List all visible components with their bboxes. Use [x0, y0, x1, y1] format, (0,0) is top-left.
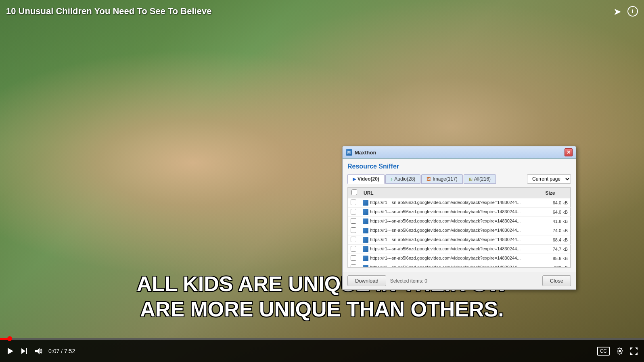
audio-tab-icon: ♪ [391, 177, 393, 181]
dialog-title-text: Maxthon [355, 150, 376, 156]
table-row: https://r1---sn-ab5l6nzd.googlevideo.com… [348, 263, 571, 268]
file-icon-7 [363, 265, 368, 268]
settings-button[interactable] [616, 347, 624, 355]
resource-sniffer-title: Resource Sniffer [347, 163, 571, 170]
all-tab-icon: ⊞ [469, 177, 473, 182]
video-tab-icon: ▶ [353, 177, 356, 182]
fullscreen-button[interactable] [630, 347, 638, 355]
file-icon-4 [363, 237, 368, 243]
row-url-1: https://r1---sn-ab5l6nzd.googlevideo.com… [360, 208, 542, 217]
dialog-footer: Download Selected items: 0 Close [343, 272, 576, 289]
row-url-2: https://r1---sn-ab5l6nzd.googlevideo.com… [360, 217, 542, 226]
row-checkbox-5[interactable] [351, 246, 356, 252]
share-icon[interactable]: ➤ [613, 6, 621, 17]
cc-button[interactable]: CC [597, 347, 610, 356]
next-button[interactable] [20, 347, 28, 355]
table-row: https://r1---sn-ab5l6nzd.googlevideo.com… [348, 254, 571, 263]
svg-rect-2 [26, 348, 27, 354]
row-checkbox-0[interactable] [351, 200, 356, 205]
row-size-3: 74.0 kB [542, 226, 571, 235]
play-button[interactable] [6, 347, 14, 355]
volume-button[interactable] [34, 347, 42, 355]
current-page-dropdown[interactable]: Current page [527, 174, 571, 184]
row-url-3: https://r1---sn-ab5l6nzd.googlevideo.com… [360, 226, 542, 235]
controls-bottom: 0:07 / 7:52 CC [0, 340, 644, 362]
row-url-4: https://r1---sn-ab5l6nzd.googlevideo.com… [360, 235, 542, 245]
video-title: 10 Unusual Children You Need To See To B… [6, 6, 211, 17]
file-icon-6 [363, 256, 368, 261]
row-size-6: 85.6 kB [542, 254, 571, 263]
table-header-size: Size [542, 188, 571, 198]
controls-bar: 0:07 / 7:52 CC [0, 338, 644, 362]
resource-table: URL Size https://r1---sn-ab5l6nzd.google… [348, 187, 571, 268]
row-check-cell[interactable] [348, 235, 361, 245]
row-check-cell[interactable] [348, 226, 361, 235]
row-checkbox-2[interactable] [351, 218, 356, 224]
subtitle-line2: ARE MORE UNIQUE THAN OTHERS. [8, 297, 636, 322]
row-size-1: 64.0 kB [542, 208, 571, 217]
file-icon-0 [363, 200, 368, 206]
row-check-cell[interactable] [348, 245, 361, 254]
row-check-cell[interactable] [348, 208, 361, 217]
svg-point-4 [619, 350, 621, 352]
row-size-2: 41.8 kB [542, 217, 571, 226]
maxthon-icon: M [346, 149, 352, 156]
svg-marker-1 [21, 348, 25, 354]
row-checkbox-7[interactable] [351, 264, 356, 268]
row-check-cell[interactable] [348, 198, 361, 208]
tab-audio-label: Audio(28) [394, 176, 415, 182]
row-checkbox-3[interactable] [351, 227, 356, 233]
row-size-7: 133 kB [542, 263, 571, 268]
resource-table-body: https://r1---sn-ab5l6nzd.googlevideo.com… [348, 198, 571, 268]
tab-image[interactable]: 🖼 Image(117) [421, 174, 462, 184]
dialog-body: Resource Sniffer ▶ Video(20) ♪ Audio(28)… [343, 159, 576, 272]
row-url-0: https://r1---sn-ab5l6nzd.googlevideo.com… [360, 198, 542, 208]
table-row: https://r1---sn-ab5l6nzd.googlevideo.com… [348, 245, 571, 254]
info-icon[interactable]: i [627, 6, 638, 17]
table-header-url: URL [360, 188, 542, 198]
dialog-close-button[interactable]: ✕ [565, 148, 573, 156]
resource-table-container[interactable]: URL Size https://r1---sn-ab5l6nzd.google… [347, 187, 571, 268]
table-row: https://r1---sn-ab5l6nzd.googlevideo.com… [348, 208, 571, 217]
row-size-0: 64.0 kB [542, 198, 571, 208]
row-url-5: https://r1---sn-ab5l6nzd.googlevideo.com… [360, 245, 542, 254]
row-size-4: 68.4 kB [542, 235, 571, 245]
progress-bar[interactable] [0, 338, 644, 340]
download-button[interactable]: Download [347, 275, 386, 286]
svg-marker-3 [35, 348, 40, 354]
time-display: 0:07 / 7:52 [48, 348, 75, 354]
tab-video[interactable]: ▶ Video(20) [347, 174, 385, 184]
table-row: https://r1---sn-ab5l6nzd.googlevideo.com… [348, 235, 571, 245]
tab-video-label: Video(20) [358, 176, 379, 182]
selected-items-text: Selected items: 0 [390, 278, 427, 284]
row-checkbox-1[interactable] [351, 209, 356, 214]
row-url-6: https://r1---sn-ab5l6nzd.googlevideo.com… [360, 254, 542, 263]
row-checkbox-6[interactable] [351, 255, 356, 261]
table-row: https://r1---sn-ab5l6nzd.googlevideo.com… [348, 226, 571, 235]
maxthon-dialog: M Maxthon ✕ Resource Sniffer ▶ Video(20)… [342, 146, 576, 290]
row-check-cell[interactable] [348, 217, 361, 226]
select-all-checkbox[interactable] [351, 189, 357, 195]
row-check-cell[interactable] [348, 263, 361, 268]
file-icon-5 [363, 246, 368, 252]
row-size-5: 74.7 kB [542, 245, 571, 254]
file-icon-1 [363, 209, 368, 215]
row-check-cell[interactable] [348, 254, 361, 263]
tab-all[interactable]: ⊞ All(216) [464, 174, 496, 184]
dialog-title-left: M Maxthon [346, 149, 376, 156]
row-checkbox-4[interactable] [351, 237, 356, 242]
close-button[interactable]: Close [542, 275, 571, 286]
svg-marker-0 [8, 348, 13, 354]
tabs-bar: ▶ Video(20) ♪ Audio(28) 🖼 Image(117) ⊞ A… [347, 174, 571, 184]
dialog-titlebar: M Maxthon ✕ [343, 146, 576, 159]
progress-dot [7, 336, 12, 341]
tab-all-label: All(216) [474, 176, 491, 182]
file-icon-3 [363, 228, 368, 233]
table-row: https://r1---sn-ab5l6nzd.googlevideo.com… [348, 217, 571, 226]
file-icon-2 [363, 218, 368, 224]
row-url-7: https://r1---sn-ab5l6nzd.googlevideo.com… [360, 263, 542, 268]
top-right-icons: ➤ i [613, 6, 638, 17]
image-tab-icon: 🖼 [427, 177, 431, 181]
tab-audio[interactable]: ♪ Audio(28) [385, 174, 421, 184]
tab-image-label: Image(117) [433, 176, 457, 182]
